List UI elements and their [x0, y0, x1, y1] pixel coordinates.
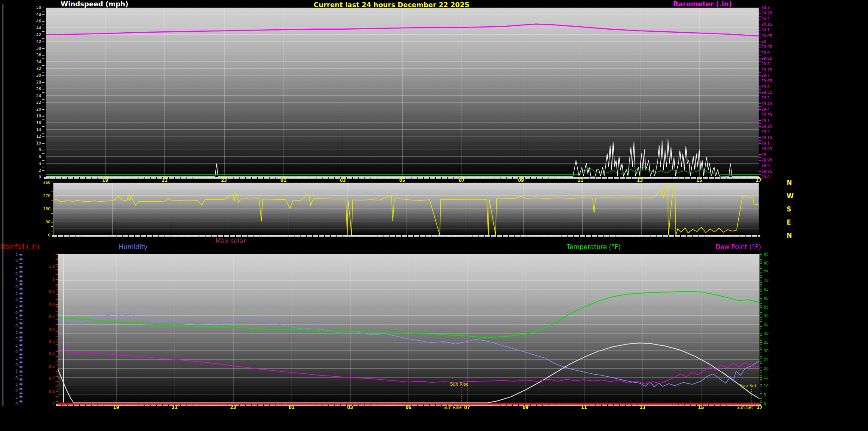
windspeed-tick-label: 8	[39, 148, 41, 152]
humidity-tick-label: 5	[15, 395, 18, 400]
barometer-tick-label: 29.05	[761, 147, 772, 151]
rainfall-tick-label: 0.2	[49, 377, 55, 381]
barometer-tick-label: 29.3	[761, 119, 770, 123]
windspeed-tick-label: 42	[36, 33, 41, 37]
barometer-tick-label: 29.6	[761, 85, 770, 89]
humidity-tick-label: 5	[15, 356, 18, 361]
barometer-tick-label: 29.1	[761, 141, 770, 145]
rainfall-tick-label: 0.7	[49, 314, 55, 319]
barometer-tick-label: 30.05	[761, 34, 772, 38]
windspeed-tick-label: 20	[36, 107, 41, 111]
humidity-tick-label: 0	[15, 298, 18, 302]
barometer-tick-label: 29.15	[761, 136, 772, 140]
hour-tick-label: 09	[518, 178, 524, 183]
rainfall-tick-label: 0.6	[49, 327, 55, 331]
windspeed-tick-label: 36	[36, 53, 41, 57]
windspeed-tick-label: 26	[36, 87, 41, 91]
humidity-label: Humidity	[119, 243, 147, 251]
windspeed-tick-label: 50	[36, 6, 41, 10]
barometer-tick-label: 29.85	[761, 56, 772, 61]
windspeed-tick-label: 38	[36, 46, 41, 50]
hour-tick-label: 11	[578, 178, 584, 183]
rainfall-tick-label: 1.1	[49, 264, 55, 269]
windspeed-tick-label: 30	[36, 73, 41, 78]
humidity-tick-label: 5	[15, 330, 18, 334]
rainfall-tick-label: 0.5	[49, 339, 55, 344]
temperature-tick-label: 5	[764, 393, 766, 397]
barometer-tick-label: 29.55	[761, 90, 772, 95]
max-solar-label: Max solar	[215, 237, 246, 245]
hour-tick-label: 05	[399, 178, 405, 183]
humidity-tick-label: 0	[15, 363, 18, 367]
windspeed-tick-label: 4	[39, 161, 41, 166]
middle-chart-axis-bar	[52, 235, 760, 237]
temperature-tick-label: 65	[764, 287, 768, 292]
barometer-tick-label: 30.3	[761, 6, 770, 10]
hour-tick-label: 07	[464, 405, 470, 410]
windspeed-tick-label: 12	[36, 134, 41, 139]
hour-tick-label: 05	[406, 405, 412, 410]
barometer-tick-label: 30.2	[761, 17, 770, 21]
weather-dashboard: Windspeed (mph) Current last 24 hours De…	[0, 0, 868, 431]
sunrise-marker-label: Sun Rise	[450, 382, 468, 387]
hour-tick-label: 15	[696, 178, 702, 183]
compass-w: W	[787, 192, 794, 200]
barometer-tick-label: 29.4	[761, 107, 770, 111]
temperature-tick-label: 35	[764, 340, 768, 345]
humidity-tick-label: 5	[15, 304, 18, 309]
barometer-tick-label: 29.25	[761, 124, 772, 128]
humidity-tick-label: 5	[15, 291, 18, 295]
hour-tick-label: 03	[347, 405, 353, 410]
barometer-tick-label: 29.65	[761, 79, 772, 83]
humidity-tick-label: 0	[15, 259, 18, 263]
windspeed-tick-label: 16	[36, 121, 41, 125]
sunset-marker-label: Sun Set	[740, 384, 757, 388]
barometer-tick-label: 29.8	[761, 62, 770, 66]
temperature-tick-label: 15	[764, 375, 768, 380]
windspeed-title: Windspeed (mph)	[61, 0, 128, 8]
barometer-tick-label: 29.35	[761, 113, 772, 117]
hour-tick-label: 17	[756, 178, 762, 183]
temperature-tick-label: 70	[764, 278, 768, 283]
humidity-axis-ticks	[19, 254, 22, 404]
temperature-tick-label: 80	[764, 261, 768, 265]
humidity-tick-label: 0	[15, 324, 18, 328]
barometer-tick-label: 29.2	[761, 130, 770, 134]
hour-tick-label: 23	[221, 178, 227, 183]
barometer-tick-label: 28.95	[761, 158, 772, 162]
rainfall-tick-label: 0.1	[49, 389, 55, 394]
wind-direction-tick-label: 0	[48, 233, 50, 237]
temperature-axis-ticks	[760, 254, 762, 404]
humidity-tick-label: 0	[15, 376, 18, 380]
barometer-tick-label: 28.9	[761, 164, 770, 168]
humidity-tick-label: 5	[15, 343, 18, 348]
temperature-tick-label: 10	[764, 384, 768, 388]
barometer-tick-label: 30.1	[761, 28, 770, 32]
compass-e: E	[787, 219, 791, 226]
barometer-tick-label: 30.25	[761, 11, 772, 15]
windspeed-tick-label: 2	[39, 168, 41, 172]
humidity-tick-label: 5	[15, 382, 18, 387]
windspeed-tick-label: 48	[36, 12, 41, 17]
rainfall-label: Rainfall (.in)	[1, 243, 39, 251]
sunset-axis-label: Sun Set	[737, 405, 753, 410]
hour-tick-label: 15	[698, 405, 704, 410]
barometer-tick-label: 28.85	[761, 170, 772, 174]
barometer-tick-label: 29.95	[761, 45, 772, 49]
compass-s: S	[787, 206, 791, 213]
wind-direction-tick-label: 360	[43, 181, 50, 185]
humidity-tick-label: 0	[15, 402, 18, 406]
barometer-tick-label: 29.45	[761, 102, 772, 106]
rainfall-tick-label: 1	[52, 277, 55, 281]
hour-tick-label: 19	[102, 178, 108, 183]
wind-direction-tick-label: 180	[43, 207, 50, 211]
humidity-tick-label: 5	[15, 265, 18, 270]
windspeed-tick-label: 32	[36, 67, 41, 71]
temperature-label: Temperature (°F)	[567, 243, 621, 251]
temperature-tick-label: 45	[764, 323, 768, 327]
windspeed-tick-label: 18	[36, 114, 41, 118]
temperature-humidity-plot	[58, 254, 760, 404]
wind-direction-axis-ticks	[51, 183, 53, 235]
window-border-line	[3, 4, 3, 406]
temperature-tick-label: 85	[764, 252, 768, 256]
